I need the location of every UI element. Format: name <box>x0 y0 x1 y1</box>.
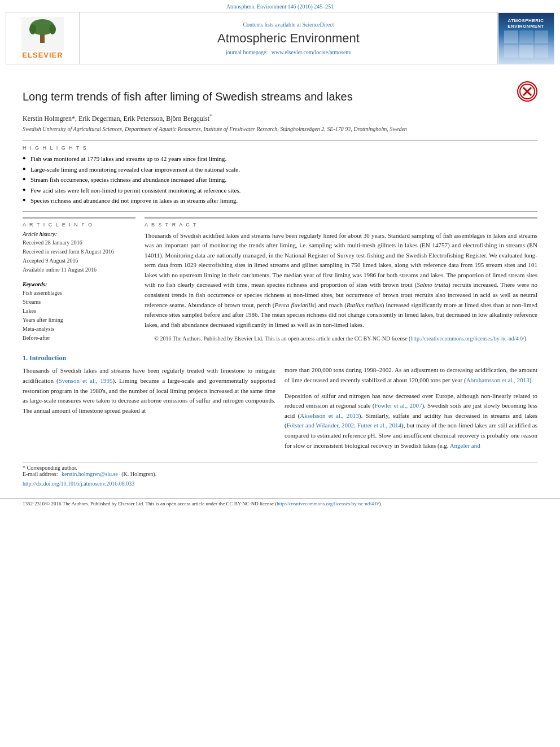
ref-angeler[interactable]: Angeler and <box>450 442 480 449</box>
highlight-item-4: Few acid sites were left non-limed to pe… <box>23 186 537 195</box>
highlights-list: Fish was monitored at 1779 lakes and str… <box>23 154 537 206</box>
article-info-column: A R T I C L E I N F O Article history: R… <box>23 217 135 343</box>
email-label: E-mail address: <box>23 471 58 477</box>
article-info-label: A R T I C L E I N F O <box>23 222 135 228</box>
footnote-area: * Corresponding author. E-mail address: … <box>23 462 537 477</box>
highlights-label: H I G H L I G H T S <box>23 145 537 151</box>
intro-left-paragraph: Thousands of Swedish lakes and streams h… <box>23 366 275 416</box>
keywords-label: Keywords: <box>23 281 135 287</box>
received-date: Received 28 January 2016 <box>23 238 135 247</box>
keyword-6: Before-after <box>23 334 135 343</box>
highlight-item-1: Fish was monitored at 1779 lakes and str… <box>23 154 537 164</box>
abstract-text: Thousands of Swedish acidified lakes and… <box>145 231 537 330</box>
journal-reference-bar: Atmospheric Environment 146 (2016) 245–2… <box>0 0 560 12</box>
svg-point-3 <box>29 24 36 34</box>
highlight-item-5: Species richness and abundance did not i… <box>23 196 537 206</box>
accepted-date: Accepted 9 August 2016 <box>23 256 135 265</box>
svg-rect-8 <box>535 30 548 43</box>
svg-rect-2 <box>40 34 45 43</box>
ref-akselsson[interactable]: Akselsson et al., 2013 <box>300 412 359 419</box>
license-url[interactable]: http://creativecommons.org/licenses/by-n… <box>410 335 524 342</box>
seams-text: seams <box>169 302 185 308</box>
intro-right-col: more than 200,000 tons during 1998–2002.… <box>285 354 537 451</box>
ref-svenson[interactable]: Svenson et al., 1995 <box>59 377 113 384</box>
corresponding-author-note: * Corresponding author. <box>23 465 537 471</box>
keyword-4: Years after liming <box>23 316 135 325</box>
homepage-url[interactable]: www.elsevier.com/locate/atmosenv <box>272 49 352 55</box>
keyword-3: Lakes <box>23 307 135 316</box>
homepage-label: journal homepage: <box>226 49 268 55</box>
abstract-column: A B S T R A C T Thousands of Swedish aci… <box>145 217 537 343</box>
intro-right-paragraph-2: Deposition of sulfur and nitrogen has no… <box>285 391 537 451</box>
thumb-title-line1: ATMOSPHERIC <box>508 18 544 24</box>
elsevier-wordmark: ELSEVIER <box>22 51 63 59</box>
keyword-5: Meta-analysis <box>23 325 135 334</box>
issn-end: ). <box>379 501 382 506</box>
journal-header: ELSEVIER Contents lists available at Sci… <box>6 12 554 64</box>
issn-text: 1352-2310/© 2016 The Authors. Published … <box>23 501 277 506</box>
history-label: Article history: <box>23 231 135 237</box>
revised-date: Received in revised form 8 August 2016 <box>23 247 135 256</box>
highlights-section: H I G H L I G H T S Fish was monitored a… <box>23 145 537 206</box>
highlight-item-2: Large-scale liming and monitoring reveal… <box>23 165 537 174</box>
thumb-title-line2: ENVIRONMENT <box>508 24 544 29</box>
ref-folster[interactable]: Fölster and Wilander, 2002; Futter et al… <box>287 422 401 429</box>
bottom-bar: 1352-2310/© 2016 The Authors. Published … <box>0 498 560 509</box>
keyword-2: Streams <box>23 298 135 307</box>
svg-rect-6 <box>504 30 518 43</box>
intro-heading: 1. Introduction <box>23 354 275 362</box>
email-line: E-mail address: kerstin.holmgren@slu.se … <box>23 471 537 477</box>
intro-number: 1. <box>23 354 28 362</box>
divider-2 <box>23 211 537 212</box>
email-name: (K. Holmgren). <box>121 471 156 477</box>
authors-line: Kerstin Holmgren*, Erik Degerman, Erik P… <box>23 113 537 123</box>
keyword-1: Fish assemblages <box>23 289 135 298</box>
svg-rect-7 <box>519 30 533 43</box>
highlight-item-3: Stream fish occurrence, species richness… <box>23 175 537 185</box>
affiliation-text: Swedish University of Agricultural Scien… <box>23 125 537 133</box>
journal-center-info: Contents lists available at ScienceDirec… <box>80 12 497 64</box>
divider-1 <box>23 140 537 141</box>
journal-homepage-line: journal homepage: www.elsevier.com/locat… <box>226 49 352 55</box>
abstract-label: A B S T R A C T <box>145 222 537 228</box>
svg-rect-9 <box>504 45 518 58</box>
svg-rect-10 <box>519 45 533 58</box>
elsevier-logo-area: ELSEVIER <box>6 12 80 64</box>
journal-ref-text: Atmospheric Environment 146 (2016) 245–2… <box>226 3 334 10</box>
intro-right-paragraph-1: more than 200,000 tons during 1998–2002.… <box>285 365 537 385</box>
crossmark-badge <box>517 81 537 102</box>
copyright-notice: © 2016 The Authors. Published by Elsevie… <box>145 334 537 343</box>
journal-title-display: Atmospheric Environment <box>217 31 360 46</box>
email-address[interactable]: kerstin.holmgren@slu.se <box>62 471 118 477</box>
doi-line[interactable]: http://dx.doi.org/10.1016/j.atmosenv.201… <box>23 480 537 487</box>
elsevier-tree-icon <box>21 17 64 51</box>
journal-thumbnail: ATMOSPHERIC ENVIRONMENT <box>497 12 554 64</box>
intro-title: Introduction <box>29 354 66 362</box>
sciencedirect-availability: Contents lists available at ScienceDirec… <box>243 21 334 28</box>
available-text: Contents lists available at <box>243 21 300 28</box>
ref-abrahamsson[interactable]: Abrahamsson et al., 2013 <box>466 377 530 383</box>
ref-fowler[interactable]: Fowler et al., 2007 <box>374 402 422 409</box>
svg-rect-11 <box>535 45 548 58</box>
sciencedirect-link-text[interactable]: ScienceDirect <box>302 21 334 28</box>
available-date: Available online 11 August 2016 <box>23 265 135 274</box>
intro-left-col: 1. Introduction Thousands of Swedish lak… <box>23 354 275 451</box>
svg-point-4 <box>49 24 56 34</box>
article-title: Long term trends of fish after liming of… <box>23 89 511 104</box>
license-url-bottom[interactable]: http://creativecommons.org/licenses/by-n… <box>277 501 379 506</box>
